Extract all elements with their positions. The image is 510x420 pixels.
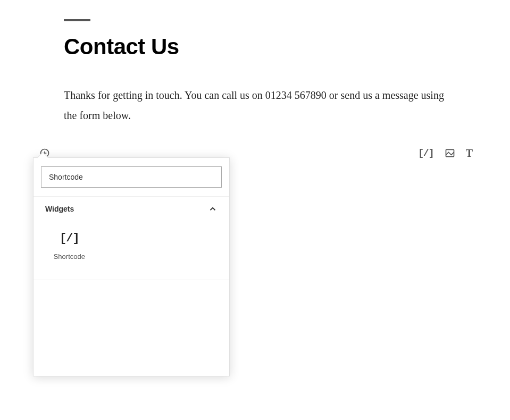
block-search-wrapper bbox=[34, 158, 229, 196]
intro-paragraph[interactable]: Thanks for getting in touch. You can cal… bbox=[64, 85, 446, 125]
image-icon bbox=[445, 148, 455, 158]
page-title: Contact Us bbox=[64, 34, 446, 60]
shortcode-icon: [/] bbox=[60, 232, 79, 245]
image-quick-icon[interactable] bbox=[445, 148, 455, 158]
shortcode-block-label: Shortcode bbox=[54, 253, 85, 261]
shortcode-quick-icon[interactable]: [/] bbox=[418, 148, 433, 158]
shortcode-block-item[interactable]: [/] Shortcode bbox=[41, 223, 98, 267]
title-divider bbox=[64, 19, 90, 21]
popover-empty-area bbox=[34, 280, 229, 376]
text-quick-icon[interactable]: T bbox=[466, 147, 473, 159]
quick-insert-icons: [/] T bbox=[418, 147, 473, 159]
widgets-items-grid: [/] Shortcode bbox=[34, 218, 229, 280]
widgets-section-header[interactable]: Widgets bbox=[34, 196, 229, 218]
widgets-section-title: Widgets bbox=[45, 205, 74, 213]
block-search-input[interactable] bbox=[41, 166, 222, 188]
block-inserter-popover: Widgets [/] Shortcode bbox=[33, 157, 230, 376]
chevron-up-icon bbox=[208, 204, 218, 214]
